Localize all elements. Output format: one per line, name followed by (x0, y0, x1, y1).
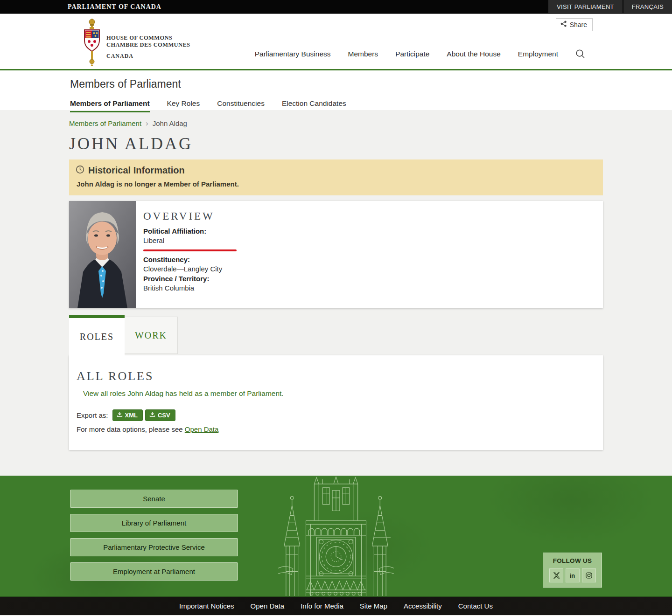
province-territory-label: Province / Territory: (143, 275, 237, 283)
site-header: HOUSE OF COMMONS CHAMBRE DES COMMUNES CA… (0, 14, 672, 70)
open-data-footer-link[interactable]: Open Data (251, 602, 285, 610)
profile-tabs: ROLES WORK (69, 315, 603, 355)
nav-parliamentary-business[interactable]: Parliamentary Business (255, 50, 331, 58)
top-utility-bar: PARLIAMENT OF CANADA VISIT PARLIAMENT FR… (0, 0, 672, 14)
bottom-links-bar: Important Notices Open Data Info for Med… (0, 596, 672, 615)
share-button[interactable]: Share (556, 18, 593, 31)
utility-links: VISIT PARLIAMENT FRANÇAIS (547, 0, 672, 13)
tab-key-roles[interactable]: Key Roles (167, 99, 200, 112)
political-affiliation-label: Political Affiliation: (143, 227, 237, 235)
nav-participate[interactable]: Participate (395, 50, 429, 58)
view-all-roles-link[interactable]: View all roles John Aldag has held as a … (83, 389, 284, 398)
library-of-parliament-button[interactable]: Library of Parliament (70, 514, 238, 532)
house-of-commons-crest-icon (82, 18, 102, 69)
site-map-link[interactable]: Site Map (360, 602, 387, 610)
download-icon (149, 411, 155, 419)
logo-line-canada: CANADA (106, 53, 190, 60)
search-icon[interactable] (575, 49, 585, 59)
important-notices-link[interactable]: Important Notices (179, 602, 234, 610)
visit-parliament-link[interactable]: VISIT PARLIAMENT (548, 0, 623, 13)
constituency-value: Cloverdale—Langley City (143, 265, 237, 273)
breadcrumb-separator-icon: › (146, 120, 148, 127)
linkedin-glyph: in (570, 572, 575, 579)
tab-constituencies[interactable]: Constituencies (217, 99, 265, 112)
share-button-label: Share (570, 21, 587, 28)
open-data-link[interactable]: Open Data (185, 425, 219, 433)
peace-tower-graphic (278, 477, 394, 596)
province-territory-value: British Columbia (143, 284, 237, 292)
info-for-media-link[interactable]: Info for Media (301, 602, 343, 610)
alert-message: John Aldag is no longer a Member of Parl… (77, 180, 595, 188)
overview-body: OVERVIEW Political Affiliation: Liberal … (136, 201, 237, 308)
tab-election-candidates[interactable]: Election Candidates (282, 99, 346, 112)
logo-line-english: HOUSE OF COMMONS (106, 35, 190, 42)
export-xml-button[interactable]: XML (112, 409, 143, 421)
language-toggle-francais[interactable]: FRANÇAIS (623, 0, 672, 13)
employment-at-parliament-button[interactable]: Employment at Parliament (70, 562, 238, 581)
linkedin-icon[interactable]: in (566, 568, 580, 582)
export-row: Export as: XML CSV (77, 409, 595, 421)
member-portrait-photo (69, 201, 136, 308)
historical-information-alert: Historical Information John Aldag is no … (69, 159, 603, 195)
all-roles-heading: ALL ROLES (77, 369, 595, 383)
house-of-commons-logo[interactable]: HOUSE OF COMMONS CHAMBRE DES COMMUNES CA… (82, 18, 190, 69)
follow-us-box: FOLLOW US in (543, 553, 602, 588)
breadcrumb: Members of Parliament › John Aldag (69, 110, 603, 127)
export-xml-label: XML (125, 412, 138, 419)
nav-members[interactable]: Members (348, 50, 378, 58)
x-twitter-icon[interactable] (549, 568, 563, 582)
follow-us-title: FOLLOW US (543, 557, 602, 564)
more-data-options-text: For more data options, please see Open D… (77, 425, 595, 433)
parliament-of-canada-brand: PARLIAMENT OF CANADA (0, 0, 161, 13)
export-csv-label: CSV (158, 412, 170, 419)
breadcrumb-members-link[interactable]: Members of Parliament (69, 119, 141, 127)
tab-roles[interactable]: ROLES (69, 315, 125, 355)
logo-line-french: CHAMBRE DES COMMUNES (106, 42, 190, 48)
section-title: Members of Parliament (70, 78, 672, 90)
accessibility-link[interactable]: Accessibility (404, 602, 442, 610)
contact-us-link[interactable]: Contact Us (458, 602, 493, 610)
members-section-band: Members of Parliament Members of Parliam… (0, 70, 672, 110)
export-csv-button[interactable]: CSV (145, 409, 175, 421)
footer-institution-buttons: Senate Library of Parliament Parliamenta… (70, 490, 238, 581)
parliamentary-protective-service-button[interactable]: Parliamentary Protective Service (70, 538, 238, 556)
instagram-icon[interactable] (582, 568, 596, 582)
export-as-label: Export as: (77, 411, 108, 419)
senate-button[interactable]: Senate (70, 490, 238, 508)
overview-card: OVERVIEW Political Affiliation: Liberal … (69, 201, 603, 308)
political-affiliation-value: Liberal (143, 236, 237, 244)
constituency-label: Constituency: (143, 256, 237, 263)
party-color-bar (143, 249, 237, 251)
tab-members-of-parliament[interactable]: Members of Parliament (70, 99, 150, 112)
page-title: JOHN ALDAG (69, 134, 603, 153)
page-content: Members of Parliament › John Aldag JOHN … (0, 110, 672, 476)
alert-title: Historical Information (88, 165, 185, 176)
main-navigation: Parliamentary Business Members Participa… (255, 49, 585, 59)
breadcrumb-current: John Aldag (153, 119, 187, 127)
all-roles-panel: ALL ROLES View all roles John Aldag has … (69, 355, 603, 450)
logo-wordmark: HOUSE OF COMMONS CHAMBRE DES COMMUNES CA… (106, 18, 190, 69)
clock-icon (76, 165, 84, 176)
download-icon (117, 411, 123, 419)
nav-employment[interactable]: Employment (518, 50, 558, 58)
tab-work[interactable]: WORK (125, 317, 178, 354)
overview-heading: OVERVIEW (143, 210, 237, 222)
site-footer: Senate Library of Parliament Parliamenta… (0, 476, 672, 596)
share-icon (560, 21, 567, 28)
more-data-options-prefix: For more data options, please see (77, 425, 185, 433)
nav-about-the-house[interactable]: About the House (447, 50, 500, 58)
